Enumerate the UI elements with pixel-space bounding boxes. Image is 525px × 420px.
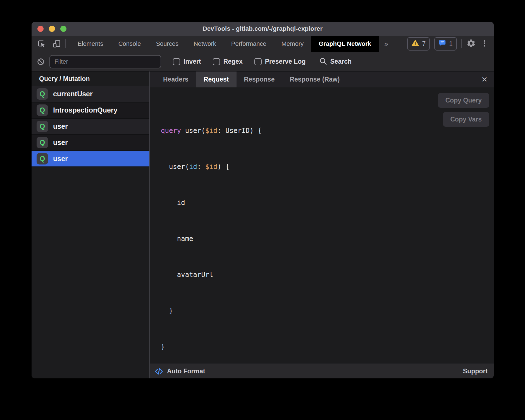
code-line: } [161,341,488,353]
tab-response-raw[interactable]: Response (Raw) [282,71,347,87]
devtools-tab-bar: Elements Console Sources Network Perform… [32,36,494,52]
chat-bubble-icon [438,39,446,49]
copy-query-button[interactable]: Copy Query [438,93,489,108]
close-window-button[interactable] [37,26,44,32]
graphql-query-code: query user($id: UserID) { user(id: $id) … [161,101,488,364]
query-list-item-label: IntrospectionQuery [53,106,118,114]
query-list-item-introspectionquery[interactable]: Q IntrospectionQuery [32,102,149,119]
code-token: } [161,343,165,351]
tab-network[interactable]: Network [186,36,224,52]
query-type-badge: Q [37,153,48,164]
search-icon [319,57,327,66]
messages-count: 1 [449,40,453,48]
window-title: DevTools - gitlab.com/-/graphql-explorer [203,25,323,32]
code-line: } [161,305,488,317]
preserve-log-checkbox [254,58,262,65]
code-token: id [189,163,197,171]
code-token: : [197,163,205,171]
warning-triangle-icon [411,39,419,49]
panel-tabs-strip: Elements Console Sources Network Perform… [70,36,379,52]
query-list-item-label: user [53,122,68,130]
regex-checkbox-group[interactable]: Regex [213,58,243,65]
code-token: $id [205,127,217,135]
query-list-item-user-3-selected[interactable]: Q user [32,151,149,167]
messages-badge[interactable]: 1 [434,37,457,51]
warnings-count: 7 [422,40,426,48]
invert-checkbox-group[interactable]: Invert [173,58,201,65]
query-list-item-currentuser[interactable]: Q currentUser [32,86,149,102]
code-token: query [161,127,181,135]
regex-label: Regex [223,58,243,65]
filter-input[interactable] [49,55,161,68]
query-type-badge: Q [37,88,48,100]
tab-request[interactable]: Request [196,71,237,87]
tab-graphql-network[interactable]: GraphQL Network [311,36,379,52]
detail-tabs: Headers Request Response Response (Raw) … [150,71,494,87]
tab-response[interactable]: Response [237,71,282,87]
tab-elements[interactable]: Elements [70,36,111,52]
tab-headers[interactable]: Headers [156,71,196,87]
device-toolbar-icon[interactable] [52,39,61,48]
preserve-log-checkbox-group[interactable]: Preserve Log [254,58,306,65]
sidebar-header: Query / Mutation [32,71,149,86]
query-type-badge: Q [37,137,48,148]
auto-format-button[interactable]: Auto Format [154,367,205,376]
query-list-item-label: user [53,139,68,147]
code-token: user( [161,163,189,171]
detail-panel: Headers Request Response Response (Raw) … [150,71,494,378]
warnings-badge[interactable]: 7 [407,37,430,51]
toolbar-icons [32,36,65,52]
tab-console[interactable]: Console [111,36,149,52]
clear-filter-icon[interactable] [37,58,45,66]
query-list-item-user-1[interactable]: Q user [32,119,149,135]
request-content: query user($id: UserID) { user(id: $id) … [150,87,494,364]
code-line: id [161,197,488,209]
zoom-window-button[interactable] [60,26,66,32]
code-token: avatarUrl [161,271,213,279]
traffic-lights [37,22,66,36]
devtools-window: DevTools - gitlab.com/-/graphql-explorer… [32,22,494,378]
code-token: name [161,235,193,243]
more-tabs-chevron-icon[interactable]: » [379,36,394,52]
copy-vars-button[interactable]: Copy Vars [443,112,490,127]
copy-buttons: Copy Query Copy Vars [438,93,489,127]
query-list-item-user-2[interactable]: Q user [32,135,149,151]
settings-gear-icon[interactable] [466,39,476,49]
tab-sources[interactable]: Sources [148,36,186,52]
code-line: name [161,233,488,245]
query-sidebar: Query / Mutation Q currentUser Q Introsp… [32,71,150,378]
close-panel-icon[interactable]: ✕ [481,71,488,87]
code-token: user( [181,127,205,135]
query-list-item-label: currentUser [53,90,93,98]
search-label: Search [330,58,352,65]
main-area: Query / Mutation Q currentUser Q Introsp… [32,71,494,378]
inspect-element-icon[interactable] [37,39,46,48]
preserve-log-label: Preserve Log [265,58,306,65]
menu-dots-icon[interactable] [480,39,489,49]
filter-bar: Invert Regex Preserve Log Search [32,52,494,71]
search-control[interactable]: Search [319,57,352,66]
panel-footer: Auto Format Support [150,364,494,378]
code-line: user(id: $id) { [161,161,488,173]
code-token: : UserID) { [217,127,262,135]
query-list-item-label: user [53,155,68,163]
code-token: ) { [217,163,229,171]
regex-checkbox [213,58,220,65]
tabbar-right-controls: 7 1 [407,36,494,52]
query-type-badge: Q [37,121,48,132]
code-token: $id [205,163,217,171]
support-link[interactable]: Support [463,367,488,375]
tab-performance[interactable]: Performance [224,36,274,52]
code-line: avatarUrl [161,269,488,281]
controls-separator [461,39,462,48]
query-type-badge: Q [37,104,48,116]
auto-format-label: Auto Format [167,367,205,375]
invert-checkbox [173,58,180,65]
code-token: } [161,307,173,315]
code-brackets-icon [154,367,163,376]
code-token: id [161,199,185,207]
toolbar-separator [65,39,66,48]
tab-memory[interactable]: Memory [274,36,311,52]
minimize-window-button[interactable] [49,26,55,32]
title-bar: DevTools - gitlab.com/-/graphql-explorer [32,22,494,36]
